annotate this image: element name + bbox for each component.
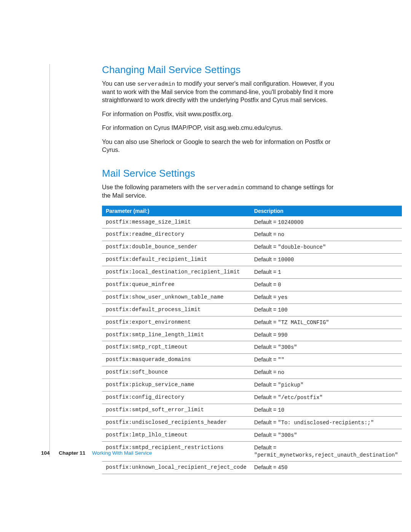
vertical-rule: [49, 64, 50, 457]
cell-description: Default = 10: [250, 404, 402, 416]
chapter-title: Working With Mail Service: [92, 450, 152, 456]
cell-parameter: postfix:config_directory: [102, 391, 250, 404]
cell-description: Default = "pickup": [250, 379, 402, 391]
cell-parameter: postfix:lmtp_lhlo_timeout: [102, 429, 250, 441]
table-row: postfix:smtpd_soft_error_limitDefault = …: [102, 404, 402, 416]
text: You can use: [102, 80, 137, 87]
default-label: Default =: [254, 219, 278, 225]
default-label: Default =: [254, 256, 278, 262]
cell-description: Default = no: [250, 228, 402, 241]
table-row: postfix:masquerade_domainsDefault = "": [102, 354, 402, 366]
default-value: 100: [278, 307, 287, 313]
cell-parameter: postfix:soft_bounce: [102, 366, 250, 379]
default-value: 1: [278, 269, 281, 275]
default-label: Default =: [254, 369, 278, 375]
cell-description: Default = 1: [250, 266, 402, 279]
default-value: 0: [278, 282, 281, 288]
default-value: "permit_mynetworks,reject_unauth_destina…: [254, 452, 398, 458]
default-value: yes: [278, 294, 287, 300]
table-row: postfix:show_user_unknown_table_nameDefa…: [102, 291, 402, 304]
default-label: Default =: [254, 319, 278, 325]
default-label: Default =: [254, 332, 278, 338]
cell-parameter: postfix:double_bounce_sender: [102, 241, 250, 254]
default-value: "300s": [278, 432, 297, 438]
cell-description: Default = 10000: [250, 254, 402, 266]
cell-description: Default = yes: [250, 291, 402, 304]
cell-description: Default = "300s": [250, 341, 402, 354]
default-label: Default =: [254, 281, 278, 288]
text: Use the following parameters with the: [102, 184, 206, 190]
default-label: Default =: [254, 382, 278, 388]
cell-parameter: postfix:masquerade_domains: [102, 354, 250, 366]
default-value: "/etc/postfix": [278, 395, 323, 401]
default-value: 10: [278, 407, 284, 413]
default-value: 990: [278, 332, 287, 338]
default-value: 10240000: [278, 219, 303, 225]
default-label: Default =: [254, 231, 278, 237]
cell-description: Default = "/etc/postfix": [250, 391, 402, 404]
code-serveradmin: serveradmin: [137, 81, 175, 88]
default-label: Default =: [254, 269, 278, 275]
cell-parameter: postfix:show_user_unknown_table_name: [102, 291, 250, 304]
paragraph-sherlock: You can also use Sherlock or Google to s…: [102, 138, 335, 153]
paragraph-postfix-link: For information on Postfix, visit www.po…: [102, 110, 335, 118]
table-row: postfix:default_process_limitDefault = 1…: [102, 304, 402, 316]
table-row: postfix:default_recipient_limitDefault =…: [102, 254, 402, 266]
header-description: Description: [250, 206, 402, 216]
default-label: Default =: [254, 444, 276, 451]
cell-parameter: postfix:smtp_rcpt_timeout: [102, 341, 250, 354]
page-number: 104: [41, 450, 50, 456]
cell-description: Default = "": [250, 354, 402, 366]
cell-description: Default = 990: [250, 329, 402, 341]
cell-parameter: postfix:message_size_limit: [102, 216, 250, 228]
default-label: Default =: [254, 307, 278, 313]
table-row: postfix:queue_minfreeDefault = 0: [102, 278, 402, 291]
default-value: "": [278, 357, 284, 363]
table-row: postfix:double_bounce_senderDefault = "d…: [102, 241, 402, 254]
default-label: Default =: [254, 407, 278, 413]
default-value: "TZ MAIL_CONFIG": [278, 320, 329, 326]
table-row: postfix:soft_bounceDefault = no: [102, 366, 402, 379]
cell-parameter: postfix:unknown_local_recipient_reject_c…: [102, 462, 250, 474]
cell-parameter: postfix:queue_minfree: [102, 278, 250, 291]
paragraph-intro: You can use serveradmin to modify your s…: [102, 80, 335, 104]
default-label: Default =: [254, 344, 278, 350]
cell-description: Default = 450: [250, 462, 402, 474]
default-value: no: [278, 232, 284, 238]
default-label: Default =: [254, 244, 278, 250]
paragraph-cyrus-link: For information on Cyrus IMAP/POP, visit…: [102, 124, 335, 132]
default-label: Default =: [254, 432, 278, 438]
settings-table: Parameter (mail:) Description postfix:me…: [102, 206, 402, 474]
default-label: Default =: [254, 464, 278, 470]
table-row: postfix:lmtp_lhlo_timeoutDefault = "300s…: [102, 429, 402, 441]
default-label: Default =: [254, 294, 278, 300]
table-header-row: Parameter (mail:) Description: [102, 206, 402, 216]
cell-parameter: postfix:default_process_limit: [102, 304, 250, 316]
table-row: postfix:readme_directoryDefault = no: [102, 228, 402, 241]
default-value: "300s": [278, 344, 297, 350]
default-label: Default =: [254, 394, 278, 400]
table-row: postfix:pickup_service_nameDefault = "pi…: [102, 379, 402, 391]
paragraph-use-parameters: Use the following parameters with the se…: [102, 183, 335, 200]
cell-description: Default = "300s": [250, 429, 402, 441]
table-row: postfix:config_directoryDefault = "/etc/…: [102, 391, 402, 404]
table-row: postfix:smtp_rcpt_timeoutDefault = "300s…: [102, 341, 402, 354]
cell-parameter: postfix:pickup_service_name: [102, 379, 250, 391]
cell-description: Default = no: [250, 366, 402, 379]
cell-parameter: postfix:default_recipient_limit: [102, 254, 250, 266]
cell-parameter: postfix:smtp_line_length_limit: [102, 329, 250, 341]
heading-changing-mail-service-settings: Changing Mail Service Settings: [102, 64, 335, 76]
table-row: postfix:undisclosed_recipients_headerDef…: [102, 416, 402, 429]
default-value: "pickup": [278, 382, 303, 388]
table-row: postfix:local_destination_recipient_limi…: [102, 266, 402, 279]
table-row: postfix:smtp_line_length_limitDefault = …: [102, 329, 402, 341]
cell-description: Default = 10240000: [250, 216, 402, 228]
cell-parameter: postfix:local_destination_recipient_limi…: [102, 266, 250, 279]
cell-description: Default = "To: undisclosed-recipients:;": [250, 416, 402, 429]
chapter-label: Chapter 11: [59, 450, 86, 456]
table-row: postfix:message_size_limitDefault = 1024…: [102, 216, 402, 228]
default-value: "To: undisclosed-recipients:;": [278, 420, 374, 426]
heading-mail-service-settings: Mail Service Settings: [102, 168, 335, 179]
page-footer: 104 Chapter 11 Working With Mail Service: [41, 450, 152, 456]
page-content: Changing Mail Service Settings You can u…: [102, 64, 335, 474]
